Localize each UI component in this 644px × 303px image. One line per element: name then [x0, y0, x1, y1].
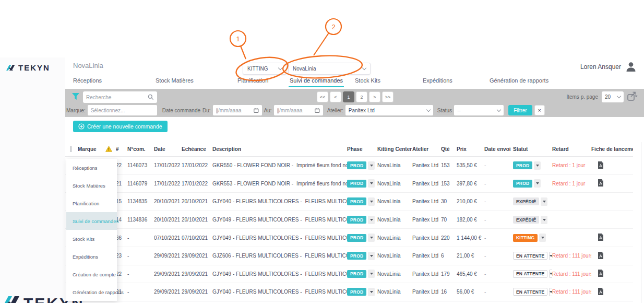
kitting-center-select[interactable]: NovaLinia — [288, 63, 371, 75]
statut-badge[interactable]: EN ATTENTE — [513, 270, 547, 278]
pdf-icon[interactable] — [598, 179, 604, 187]
statut-caret[interactable] — [541, 197, 547, 206]
col-ncom[interactable]: N°com. — [127, 146, 154, 152]
col-kitting-center[interactable]: Kitting Center — [377, 146, 412, 152]
phase-badge[interactable]: PROD — [347, 197, 366, 205]
page-prev-button[interactable]: < — [330, 91, 341, 102]
statut-caret[interactable] — [539, 234, 546, 242]
col-atelier[interactable]: Atelier — [412, 146, 441, 152]
tab-generation-rapports[interactable]: Génération de rapports — [490, 77, 548, 84]
clear-filter-button[interactable]: × — [534, 105, 545, 115]
statut-badge[interactable]: PROD — [513, 161, 532, 169]
statut-caret[interactable] — [534, 179, 541, 188]
phase-caret[interactable] — [368, 288, 375, 296]
pdf-icon[interactable] — [598, 161, 604, 169]
menu-item-generation-de-rapports[interactable]: Génération de rapports — [66, 283, 117, 301]
phase-caret[interactable] — [368, 270, 375, 278]
col-marque[interactable]: Marque — [78, 146, 105, 152]
col-number[interactable]: # — [116, 146, 127, 152]
tab-suivi-de-commandes[interactable]: Suivi de commandes — [290, 77, 343, 84]
tab-stock-kits[interactable]: Stock Kits — [355, 77, 380, 84]
col-fiche[interactable]: Fiche de lancement — [591, 146, 633, 152]
export-icon[interactable] — [627, 91, 640, 102]
page-first-button[interactable]: << — [317, 91, 328, 102]
table-row[interactable]: 22 - 29/09/2021 29/09/2021 GJY049 - FLEU… — [65, 265, 633, 284]
phase-badge[interactable]: PROD — [347, 288, 366, 296]
menu-item-receptions[interactable]: Réceptions — [66, 159, 117, 177]
table-row[interactable]: 15 1134835 20/10/2021 20/10/2021 GJY040 … — [65, 193, 633, 211]
table-row[interactable]: 22 1146073 17/01/2022 17/01/2022 GKR550 … — [65, 157, 633, 175]
select-all-checkbox[interactable] — [70, 146, 71, 152]
table-row[interactable]: 66 - 07/10/2021 07/10/2021 GJY049 - FLEU… — [65, 229, 633, 247]
pdf-icon[interactable] — [598, 288, 604, 295]
statut-badge[interactable]: EXPÉDIÉ — [513, 216, 539, 224]
col-phase[interactable]: Phase — [347, 146, 377, 152]
table-row[interactable]: 21 - 29/09/2021 29/09/2021 GJY040 - FLEU… — [65, 283, 633, 301]
date-from-field[interactable] — [213, 105, 262, 115]
pdf-icon[interactable] — [598, 252, 604, 259]
phase-badge[interactable]: PROD — [347, 270, 366, 278]
menu-item-expeditions[interactable]: Expéditions — [66, 248, 117, 265]
phase-badge[interactable]: PROD — [347, 216, 366, 224]
calendar-icon[interactable] — [254, 108, 259, 113]
pdf-icon[interactable] — [598, 234, 604, 241]
date-to-field[interactable] — [274, 105, 323, 115]
date-from-input[interactable] — [216, 108, 254, 113]
date-to-input[interactable] — [277, 108, 315, 113]
statut-badge[interactable]: PROD — [513, 180, 532, 188]
col-qte[interactable]: Qté — [441, 146, 457, 152]
filter-funnel-icon[interactable] — [72, 93, 80, 100]
col-date-envoi[interactable]: Date envoi — [484, 146, 513, 152]
filter-button[interactable]: Filtrer — [508, 105, 532, 115]
tab-planification[interactable]: Planification — [237, 77, 268, 84]
menu-item-creation-de-compte[interactable]: Création de compte — [66, 265, 117, 283]
statut-badge[interactable]: KITTING — [513, 234, 538, 242]
search-icon[interactable] — [148, 94, 154, 100]
col-prix[interactable]: Prix — [457, 146, 484, 152]
table-row[interactable]: 23 - 29/09/2021 29/09/2021 GJZ606 - FLEU… — [65, 247, 633, 265]
col-echeance[interactable]: Echéance — [182, 146, 212, 152]
page-1-button[interactable]: 1 — [343, 91, 354, 102]
phase-caret[interactable] — [368, 179, 375, 188]
phase-caret[interactable] — [368, 216, 375, 224]
phase-badge[interactable]: PROD — [347, 180, 366, 188]
phase-badge[interactable]: PROD — [347, 234, 366, 242]
col-retard[interactable]: Retard — [552, 146, 591, 152]
items-per-page-select[interactable]: 20 — [602, 91, 624, 102]
user-menu[interactable]: Loren Ansquer — [580, 61, 637, 72]
pdf-icon[interactable] — [598, 270, 604, 277]
page-2-button[interactable]: 2 — [356, 91, 367, 102]
statut-caret[interactable] — [541, 216, 547, 224]
page-last-button[interactable]: >> — [382, 91, 393, 102]
status-select[interactable]: -- — [454, 105, 504, 115]
marque-select[interactable] — [88, 105, 157, 115]
marque-input[interactable] — [91, 108, 154, 113]
phase-caret[interactable] — [368, 234, 375, 242]
page-next-button[interactable]: > — [369, 91, 380, 102]
statut-badge[interactable]: EN ATTENTE — [513, 252, 547, 260]
menu-item-suivi-de-commandes[interactable]: Suivi de commandes — [66, 212, 117, 230]
create-order-button[interactable]: Créer une nouvelle commande — [73, 121, 168, 132]
phase-badge[interactable]: PROD — [347, 161, 366, 169]
phase-caret[interactable] — [368, 252, 375, 260]
tab-expeditions[interactable]: Expéditions — [423, 77, 452, 84]
atelier-select[interactable]: Panitex Ltd — [345, 105, 433, 115]
table-row[interactable]: 14 1134836 20/10/2021 20/10/2021 GJY049 … — [65, 211, 633, 229]
menu-item-stock-matieres[interactable]: Stock Matières — [66, 177, 117, 194]
calendar-icon[interactable] — [315, 108, 320, 113]
phase-caret[interactable] — [368, 197, 375, 206]
table-row[interactable]: 21 1146079 17/01/2022 17/01/2022 GKR553 … — [65, 175, 633, 193]
phase-select[interactable]: KITTING — [243, 63, 287, 75]
menu-item-stock-kits[interactable]: Stock Kits — [66, 230, 117, 248]
tab-stock-matieres[interactable]: Stock Matières — [156, 77, 194, 84]
search-input[interactable] — [86, 95, 146, 100]
statut-badge[interactable]: EXPÉDIÉ — [513, 197, 539, 205]
phase-badge[interactable]: PROD — [347, 252, 366, 260]
tab-receptions[interactable]: Réceptions — [73, 77, 102, 84]
col-statut[interactable]: Statut — [513, 146, 552, 152]
statut-caret[interactable] — [534, 161, 541, 170]
col-description[interactable]: Description — [212, 146, 347, 152]
col-date[interactable]: Date — [154, 146, 182, 152]
statut-badge[interactable]: EN ATTENTE — [513, 288, 547, 296]
menu-item-planification[interactable]: Planification — [66, 194, 117, 212]
